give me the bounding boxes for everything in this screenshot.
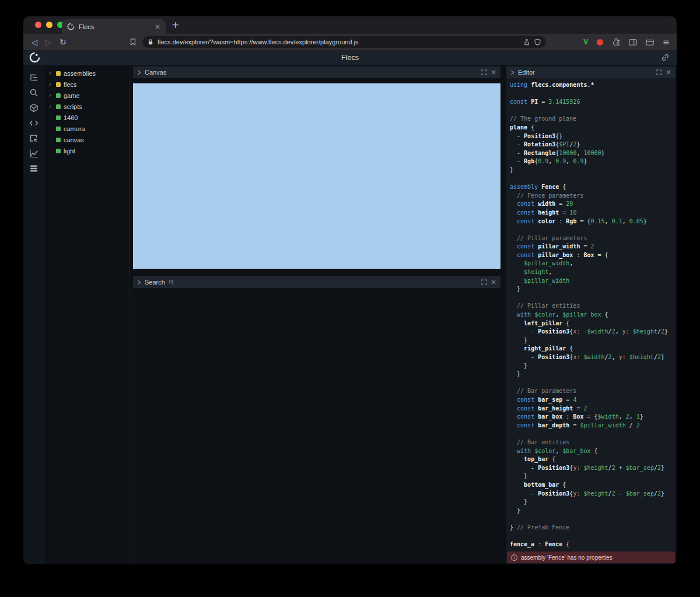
expand-icon[interactable] bbox=[656, 69, 662, 75]
code-line bbox=[510, 379, 672, 388]
code-line: // Bar entities bbox=[510, 438, 672, 447]
code-line bbox=[510, 226, 672, 234]
entity-color-dot bbox=[56, 93, 61, 98]
code-line: - Rgb{0.9, 0.9, 0.9} bbox=[510, 157, 672, 166]
code-editor[interactable]: using flecs.components.*const PI = 3.141… bbox=[506, 78, 676, 564]
expand-arrow-icon[interactable]: › bbox=[49, 80, 53, 88]
forward-icon[interactable]: ▷ bbox=[46, 38, 51, 47]
code-line: with $color, $pillar_box { bbox=[510, 311, 672, 319]
brave-shield-icon[interactable] bbox=[534, 38, 541, 45]
code-line: // The ground plane bbox=[510, 115, 672, 124]
code-line: plane { bbox=[510, 124, 672, 132]
code-line bbox=[510, 90, 672, 99]
code-line: - Rectangle{10000, 10000} bbox=[510, 149, 672, 158]
window-minimize-button[interactable] bbox=[46, 22, 52, 28]
wallet-icon[interactable] bbox=[646, 38, 654, 46]
menu-icon[interactable]: ≡ bbox=[663, 37, 670, 47]
tree-item-assemblies[interactable]: ›assemblies bbox=[44, 68, 129, 79]
address-bar[interactable]: flecs.dev/explorer/?wasm=https://www.fle… bbox=[142, 36, 546, 48]
tree-item-1460[interactable]: 1460 bbox=[44, 112, 129, 123]
url-text[interactable]: flecs.dev/explorer/?wasm=https://www.fle… bbox=[158, 38, 519, 45]
code-line: const pillar_box : Box = { bbox=[510, 251, 672, 260]
close-icon[interactable]: × bbox=[491, 279, 496, 285]
browser-tab[interactable]: Flecs × bbox=[62, 19, 166, 34]
search-icon[interactable] bbox=[23, 85, 44, 100]
chart-icon[interactable] bbox=[23, 146, 44, 161]
chevron-right-icon[interactable] bbox=[510, 70, 514, 75]
sidebar-toggle-icon[interactable] bbox=[629, 38, 637, 46]
code-line: } bbox=[510, 472, 672, 481]
back-icon[interactable]: ◁ bbox=[32, 38, 37, 47]
icon-rail bbox=[23, 65, 44, 564]
tab-strip: Flecs × + bbox=[23, 16, 677, 34]
record-extension-icon[interactable] bbox=[597, 39, 603, 45]
code-line: fence_a : Fence { bbox=[510, 540, 672, 549]
code-line: } bbox=[510, 336, 672, 345]
code-line bbox=[510, 430, 672, 438]
reload-icon[interactable]: ↻ bbox=[60, 37, 66, 47]
browser-toolbar: ◁ ▷ ↻ flecs.dev/explorer/?wasm=https://w… bbox=[23, 34, 677, 50]
close-icon[interactable]: × bbox=[666, 69, 671, 75]
search-results-area[interactable] bbox=[133, 288, 501, 564]
tree-item-flecs[interactable]: ›flecs bbox=[44, 79, 129, 90]
entity-color-dot bbox=[56, 138, 61, 142]
tree-item-label: 1460 bbox=[64, 114, 78, 121]
extension-icons: V ≡ bbox=[583, 34, 670, 50]
stats-icon[interactable] bbox=[23, 161, 44, 176]
window-close-button[interactable] bbox=[35, 22, 41, 28]
code-line: // Fence parameters bbox=[510, 192, 672, 201]
editor-panel-header: Editor × bbox=[506, 66, 676, 78]
code-line: const height = 10 bbox=[510, 209, 672, 217]
code-line: } bbox=[510, 285, 672, 294]
tree-item-label: flecs bbox=[64, 81, 77, 88]
code-line: right_pillar { bbox=[510, 345, 672, 353]
app-header: Flecs bbox=[23, 50, 677, 65]
canvas-viewport[interactable] bbox=[133, 83, 501, 269]
app-main: ›assemblies›flecs›game›scripts1460camera… bbox=[23, 65, 677, 564]
tree-item-light[interactable]: light bbox=[44, 145, 129, 156]
code-line: left_pillar { bbox=[510, 319, 672, 328]
tree-item-game[interactable]: ›game bbox=[44, 90, 129, 101]
entity-color-dot bbox=[56, 149, 61, 153]
inspect-icon[interactable] bbox=[23, 131, 44, 146]
chevron-right-icon[interactable] bbox=[137, 280, 141, 285]
code-line: top_bar { bbox=[510, 455, 672, 464]
tree-icon[interactable] bbox=[23, 70, 44, 85]
bookmark-icon[interactable] bbox=[130, 38, 136, 46]
code-icon[interactable] bbox=[23, 115, 44, 131]
v-extension-icon[interactable]: V bbox=[583, 38, 588, 46]
close-icon[interactable]: × bbox=[491, 69, 496, 75]
expand-icon[interactable] bbox=[481, 69, 487, 75]
tree-item-camera[interactable]: camera bbox=[44, 123, 129, 134]
expand-arrow-icon[interactable]: › bbox=[49, 92, 53, 99]
code-line bbox=[510, 294, 672, 303]
code-line bbox=[510, 532, 672, 540]
code-line: // Bar parameters bbox=[510, 387, 672, 396]
code-line: with $color, $bar_box { bbox=[510, 447, 672, 456]
expand-arrow-icon[interactable]: › bbox=[49, 69, 53, 77]
code-line: - Position3{x: -$width/2, y: $height/2} bbox=[510, 328, 672, 336]
code-line: } // Prefab Fence bbox=[510, 524, 672, 532]
tab-close-icon[interactable]: × bbox=[155, 23, 160, 31]
link-icon[interactable] bbox=[661, 53, 670, 62]
tree-item-canvas[interactable]: canvas bbox=[44, 134, 129, 145]
code-line: - Position3{} bbox=[510, 132, 672, 141]
tab-favicon bbox=[67, 23, 75, 30]
share-icon[interactable] bbox=[523, 38, 530, 46]
chevron-right-icon[interactable] bbox=[137, 70, 141, 75]
entities-icon[interactable] bbox=[23, 100, 44, 115]
tree-item-scripts[interactable]: ›scripts bbox=[44, 101, 129, 112]
tab-title: Flecs bbox=[79, 23, 150, 30]
canvas-panel-header: Canvas × bbox=[133, 66, 501, 78]
new-tab-button[interactable]: + bbox=[172, 20, 179, 30]
code-line: } bbox=[510, 498, 672, 507]
extensions-puzzle-icon[interactable] bbox=[612, 38, 620, 46]
code-line: const pillar_width = 2 bbox=[510, 243, 672, 251]
code-line: // Pillar entities bbox=[510, 302, 672, 311]
tree-item-label: game bbox=[64, 92, 80, 99]
code-line: using flecs.components.* bbox=[510, 81, 672, 90]
expand-arrow-icon[interactable]: › bbox=[49, 103, 53, 110]
code-line: const bar_depth = $pillar_width / 2 bbox=[510, 422, 672, 430]
expand-icon[interactable] bbox=[481, 279, 487, 285]
code-line: } bbox=[510, 507, 672, 515]
